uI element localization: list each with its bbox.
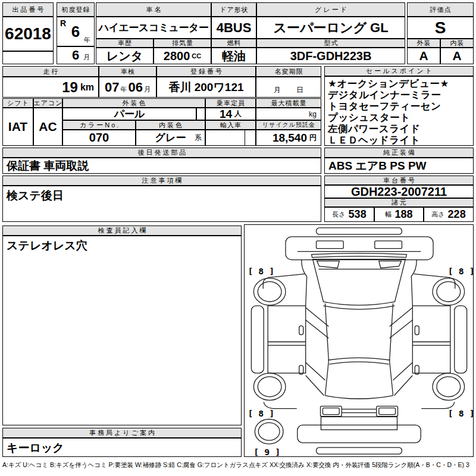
chassis-number-header: 車台番号 [324,176,474,185]
length-value: 538 [349,208,367,221]
exterior-grade-header: 外装 [407,39,440,48]
cowl-strip [311,253,406,257]
rear-window-top-curve [328,358,390,360]
car-name-header: 車名 [96,2,211,17]
notes-value: 検ステ後日 [2,186,321,222]
sales-point-line: 左側パワースライド [328,123,470,134]
length-cell: 長さ 538 [324,207,374,222]
interior-color-name: グレー [155,131,186,145]
front-wheel-inner [258,281,281,302]
office-notice-header: 事務局よりご案内 [2,428,242,438]
height-label: 高さ [431,210,444,219]
model-code-value: 3DF-GDH223B [256,48,405,64]
lot-number-header: 出品番号 [2,2,54,17]
sales-point-line: ★オークションデビュー★ [328,78,470,89]
fuel-value: 軽油 [211,48,256,64]
ac-header: エアコン [33,98,62,108]
spare-tire-inner [258,422,280,440]
windshield [312,259,405,305]
first-registration-header: 初度登録 [57,2,95,17]
damage-diagram-box: [ 8 ] [ 8 ] [ 8 ] [ 8 ] [ 9 ] [244,224,474,457]
displacement-header: 排気量 [154,39,211,48]
rear-window-top-curve2 [329,362,389,364]
first-registration-month: 6 月 [57,46,95,64]
office-notice-value: キーロック [2,438,242,457]
interior-color-header: 内装色 [136,120,205,130]
taillight-bar [342,409,377,412]
exterior-color-suffix-empty [196,108,205,120]
rear-bumper [297,425,420,443]
exterior-color-value: パール [62,108,196,120]
registration-number-value: 香川 200ワ121 [156,77,256,98]
ac-value: AC [33,108,62,146]
inspection-month-unit: 月 [144,85,151,94]
inspection-year: 07 [105,80,119,95]
car-outline-svg: [ 8 ] [ 8 ] [ 8 ] [ 8 ] [ 9 ] [245,226,473,456]
door-split-line [268,342,306,345]
mileage-number: 19 [62,79,78,96]
inspector-notes-header: 検査員記入欄 [2,226,242,236]
mark-spare-9: [ 9 ] [253,447,280,456]
mark-front-left-8: [ 8 ] [248,266,274,277]
auction-sheet: 出品番号 62018 初度登録 R 6 年 6 月 車名 ハイエースコミューター… [0,0,476,476]
exterior-color-header: 外装色 [62,98,205,108]
shift-header: シフト [2,98,33,108]
model-code-header: 型式 [256,39,405,48]
displacement-value: 2800 CC [154,48,211,64]
name-change-month-label: 月 [274,85,281,95]
inspection-value: 07 年 06 月 [99,77,156,98]
capacity-unit: 人 [234,109,242,119]
era-mark: R [60,18,66,28]
width-cell: 幅 188 [374,207,424,222]
interior-color-value: グレー 系 [136,130,205,146]
fuel-header: 燃料 [211,39,256,48]
name-change-value: 月 日 [256,77,321,98]
notes-header: 注意事項欄 [2,176,321,186]
mileage-value: 19 km [2,77,99,98]
rear-window-side-edge [325,361,328,396]
oem-equipment-value: ABS エアB PS PW [324,158,474,174]
width-label: 幅 [385,210,392,219]
rear-bottom-bar [316,447,402,454]
width-value: 188 [394,208,412,221]
sales-point-line: プッシュスタート [328,112,470,123]
length-label: 長さ [332,210,345,219]
sales-point-line: ＬＥＤヘッドライト [328,134,470,146]
import-value-empty [205,130,245,146]
recycle-header: リサイクル預託金 [256,120,321,130]
later-parts-header: 後日発送部品 [2,148,321,158]
front-top-bar [316,227,402,234]
side-doors [268,305,306,372]
lot-number-empty [2,51,54,64]
interior-grade-value: A [440,48,474,64]
first-reg-month-value: 6 [72,48,79,63]
capacity-header: 乗車定員 [205,98,256,108]
first-reg-year-value: 6 [71,23,80,41]
door-handle-front [299,325,303,334]
inspection-header: 車検 [99,66,156,77]
chassis-number-value: GDH223-2007211 [324,185,474,198]
sales-point-line: トヨタセーフティーセン [328,101,470,112]
car-name-value: ハイエースコミューター [96,17,211,39]
mileage-header: 走行 [2,66,99,77]
mark-rear-left-8: [ 8 ] [248,408,274,418]
interior-grade-header: 内装 [440,39,474,48]
pillar-fold-rear [305,362,325,396]
grade-value: スーパーロング GL [256,17,405,39]
capacity-value: 14 人 [205,108,256,120]
exterior-grade-value: A [407,48,440,64]
grade-header: グレード [256,2,405,17]
name-change-day-label: 日 [296,85,303,95]
roof-side-edge [325,303,328,360]
registration-number-header: 登録番号 [156,66,256,77]
capacity-number: 14 [220,108,232,120]
inspector-notes-value: ステレオレス穴 [2,236,242,425]
taillight-inner [322,408,339,414]
rear-door-lower [321,416,397,430]
first-registration-year: R 6 年 [57,17,95,46]
history-header: 車歴 [96,39,154,48]
wiper-area [317,261,339,268]
rear-window-bottom-curve [325,395,393,398]
mileage-unit: km [80,82,94,93]
recycle-unit: 円 [309,133,317,143]
